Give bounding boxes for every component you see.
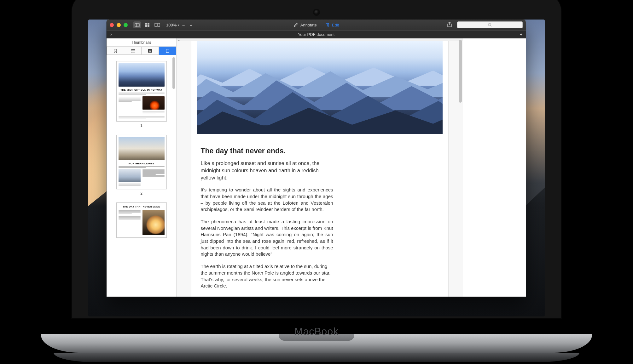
svg-rect-15 xyxy=(132,50,135,51)
toolbar-center: Annotate Edit xyxy=(293,23,339,27)
ruler: ▾ xyxy=(177,38,463,41)
svg-point-12 xyxy=(131,49,131,50)
tab-bar: × Your PDF document + xyxy=(107,30,526,38)
thumb-image xyxy=(119,63,165,87)
chevron-down-icon[interactable]: ▾ xyxy=(178,23,179,27)
thumb-number: 2 xyxy=(112,191,171,196)
screen-bezel: 100% ▾ − + Annotate Edit xyxy=(72,0,561,318)
sidebar-mode-outline[interactable] xyxy=(124,47,142,55)
device-label: MacBook xyxy=(294,326,339,337)
view-spread-button[interactable] xyxy=(154,21,161,28)
view-grid-button[interactable] xyxy=(143,21,151,28)
fullscreen-window-button[interactable] xyxy=(124,23,128,27)
search-field[interactable] xyxy=(457,21,523,28)
pdf-app-window: 100% ▾ − + Annotate Edit xyxy=(107,20,526,297)
laptop-foot-shadow xyxy=(54,353,579,362)
svg-rect-20 xyxy=(166,49,169,53)
thumbnail-page-3[interactable]: THE DAY THAT NEVER ENDS xyxy=(116,202,167,238)
article-body: The day that never ends. Like a prolonge… xyxy=(191,134,343,297)
svg-rect-4 xyxy=(145,25,147,27)
thumb-inline-image xyxy=(142,96,165,110)
thumb-heading: NORTHERN LIGHTS xyxy=(119,162,165,165)
svg-point-10 xyxy=(488,23,491,26)
page-hero-image xyxy=(197,41,443,134)
zoom-control: 100% ▾ − + xyxy=(166,22,195,28)
minimize-window-button[interactable] xyxy=(117,23,121,27)
thumb-heading: THE MIDNIGHT SUN IN NORWAY xyxy=(119,88,165,92)
annotate-button[interactable]: Annotate xyxy=(293,23,317,27)
search-icon xyxy=(488,23,492,27)
zoom-out-button[interactable]: − xyxy=(180,22,187,28)
annotation-icon: A xyxy=(148,49,152,53)
desktop-wallpaper: 100% ▾ − + Annotate Edit xyxy=(88,20,545,316)
tab-close-button[interactable]: × xyxy=(107,32,116,37)
edit-label: Edit xyxy=(332,23,339,27)
main-area: ▾ The day that never ends. Like a prolon… xyxy=(177,38,526,297)
laptop-mockup: 100% ▾ − + Annotate Edit xyxy=(41,0,592,364)
camera-dot xyxy=(314,10,319,14)
svg-rect-5 xyxy=(148,25,149,27)
list-icon xyxy=(131,49,135,53)
sidebar-title: Thumbnails xyxy=(107,38,176,47)
annotate-label: Annotate xyxy=(300,23,317,27)
svg-point-16 xyxy=(131,52,131,52)
svg-rect-3 xyxy=(148,23,149,25)
grid-icon xyxy=(145,23,149,27)
spread-icon xyxy=(154,23,160,27)
new-tab-button[interactable]: + xyxy=(516,32,526,37)
page-icon xyxy=(166,49,169,53)
document-viewport[interactable]: ▾ The day that never ends. Like a prolon… xyxy=(177,38,463,297)
sidebar: Thumbnails A xyxy=(107,38,177,297)
svg-rect-2 xyxy=(145,23,147,25)
tab-title[interactable]: Your PDF document xyxy=(116,32,516,37)
thumb-heading: THE DAY THAT NEVER ENDS xyxy=(119,205,165,208)
pencil-icon xyxy=(293,23,298,27)
thumb-inline-image xyxy=(119,169,141,182)
sidebar-icon xyxy=(135,23,140,27)
thumb-inline-image xyxy=(142,210,165,235)
text-edit-icon xyxy=(325,23,330,27)
thumbnail-page-1[interactable]: THE MIDNIGHT SUN IN NORWAY xyxy=(116,61,167,122)
share-icon xyxy=(447,22,452,27)
document-page[interactable]: The day that never ends. Like a prolonge… xyxy=(191,41,448,297)
bookmark-icon xyxy=(114,49,117,53)
article-paragraph: The phenomena has at least made a lastin… xyxy=(201,219,333,258)
sidebar-toggle-button[interactable] xyxy=(133,21,141,28)
thumbnail-page-2[interactable]: NORTHERN LIGHTS xyxy=(116,135,167,189)
article-heading: The day that never ends. xyxy=(201,147,333,155)
svg-text:A: A xyxy=(149,49,151,52)
close-window-button[interactable] xyxy=(110,23,114,27)
sidebar-mode-annotations[interactable]: A xyxy=(142,47,159,55)
zoom-in-button[interactable]: + xyxy=(188,22,195,28)
thumbnails-list[interactable]: THE MIDNIGHT SUN IN NORWAY 1 xyxy=(107,55,176,297)
svg-point-14 xyxy=(131,50,131,51)
toolbar: 100% ▾ − + Annotate Edit xyxy=(107,20,526,30)
svg-rect-7 xyxy=(158,23,160,26)
article-paragraph: The earth is rotating at a tilted axis r… xyxy=(201,263,333,289)
svg-line-11 xyxy=(491,26,491,26)
zoom-value[interactable]: 100% xyxy=(166,23,177,27)
toolbar-right xyxy=(447,21,523,28)
document-scrollbar[interactable] xyxy=(459,40,462,103)
svg-rect-6 xyxy=(155,23,157,26)
sidebar-scrollbar[interactable] xyxy=(172,57,175,89)
share-button[interactable] xyxy=(447,22,453,28)
sidebar-mode-bookmarks[interactable] xyxy=(107,47,124,55)
sidebar-mode-thumbnails[interactable] xyxy=(159,47,176,55)
svg-rect-17 xyxy=(132,52,135,52)
app-body: Thumbnails A xyxy=(107,38,526,297)
article-lead: Like a prolonged sunset and sunrise all … xyxy=(201,160,333,181)
inspector-panel xyxy=(463,38,526,297)
edit-button[interactable]: Edit xyxy=(325,23,339,27)
sidebar-mode-segmented: A xyxy=(107,47,176,55)
ruler-marker-icon: ▾ xyxy=(178,39,180,42)
thumb-image xyxy=(119,137,165,160)
article-paragraph: It's tempting to wonder about all the si… xyxy=(201,187,333,213)
svg-rect-0 xyxy=(135,23,139,27)
window-controls xyxy=(110,23,128,27)
svg-rect-13 xyxy=(132,49,135,50)
thumb-number: 1 xyxy=(112,123,171,128)
